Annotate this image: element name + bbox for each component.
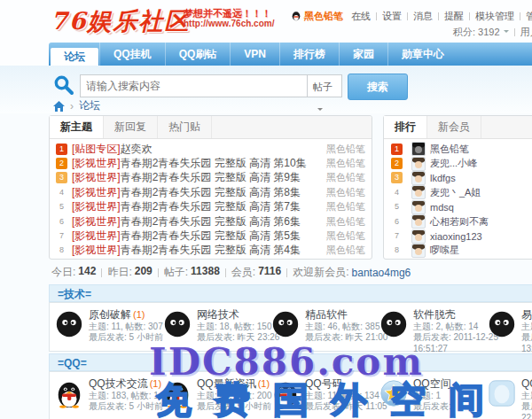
forum-link[interactable]: QQ号码 bbox=[305, 377, 343, 390]
forum-ball-icon[interactable] bbox=[270, 309, 301, 339]
forum-ball-icon[interactable] bbox=[54, 309, 84, 339]
forum-lastpost-time: 22:38:0 bbox=[521, 413, 532, 419]
forum-link[interactable]: 原创破解 bbox=[89, 308, 131, 321]
search-input[interactable] bbox=[80, 74, 309, 97]
rank-number: 8 bbox=[56, 244, 67, 256]
forum-ball-icon[interactable] bbox=[487, 309, 517, 339]
forum-link[interactable]: 易语言交流 bbox=[521, 308, 532, 321]
member-row: 1黑色铅笔 bbox=[384, 142, 532, 156]
thread-title: 青春期2青春失乐园 完整版 高清 第8集 bbox=[121, 186, 301, 198]
member-name[interactable]: xiaoxing123 bbox=[430, 231, 482, 242]
divider bbox=[469, 12, 470, 20]
thread-row: 3[影视世界]青春期2青春失乐园 完整版 高清 第9集黑色铅笔 bbox=[50, 171, 372, 185]
thread-author[interactable]: 黑色铅笔 bbox=[319, 244, 365, 257]
thread-author[interactable]: 黑色铅笔 bbox=[319, 143, 365, 156]
nav-tab-home[interactable]: 家园 bbox=[339, 43, 387, 66]
forum-link[interactable]: 网络技术 bbox=[197, 308, 239, 321]
thread-link[interactable]: [影视世界]青春期2青春失乐园 完整版 高清 第4集 bbox=[72, 243, 319, 258]
forum-stats: 主题: 11, 帖数: 307 bbox=[89, 322, 163, 331]
home-icon[interactable] bbox=[53, 101, 65, 112]
qq-logo-icon[interactable] bbox=[487, 378, 517, 408]
username-link[interactable]: 黑色铅笔 bbox=[304, 11, 343, 21]
forum-link[interactable]: QQ最新资讯 bbox=[197, 377, 256, 390]
tab-hot-posts[interactable]: 热门贴 bbox=[158, 116, 212, 138]
nav-tab-qq-diamond[interactable]: QQ刷钻 bbox=[165, 43, 231, 66]
thread-link[interactable]: [影视世界]青春期2青春失乐园 完整版 高清 第7集 bbox=[72, 199, 319, 214]
tagline-url: http://www.76ch.com/ bbox=[184, 19, 274, 29]
thread-row: 4[影视世界]青春期2青春失乐园 完整版 高清 第8集黑色铅笔 bbox=[50, 185, 372, 199]
thread-link[interactable]: [影视世界]青春期2青春失乐园 完整版 高清 第10集 bbox=[72, 156, 319, 171]
thread-link[interactable]: [影视世界]青春期2青春失乐园 完整版 高清 第6集 bbox=[72, 214, 319, 229]
member-row: 5mdsq bbox=[384, 200, 532, 214]
page: 76娱乐社区 梦想并不遥远！！！ http://www.76ch.com/ 黑色… bbox=[0, 0, 532, 419]
tab-new-replies[interactable]: 新回复 bbox=[104, 116, 158, 138]
thread-link[interactable]: [影视世界]青春期2青春失乐园 完整版 高清 第5集 bbox=[72, 229, 319, 244]
search-button[interactable]: 搜索 bbox=[348, 74, 408, 100]
forum-link[interactable]: QQ图标 bbox=[521, 377, 532, 390]
member-name[interactable]: 麦兜...小峰 bbox=[430, 157, 477, 170]
toolbar-link-online[interactable]: 在线 bbox=[351, 11, 371, 21]
thread-link[interactable]: [影视世界]青春期2青春失乐园 完整版 高清 第8集 bbox=[72, 185, 319, 200]
forum-link[interactable]: 精品软件 bbox=[305, 308, 348, 321]
breadcrumb-forum-link[interactable]: 论坛 bbox=[79, 98, 100, 113]
rank-number: 5 bbox=[56, 201, 67, 213]
thread-author[interactable]: 黑色铅笔 bbox=[319, 157, 365, 170]
thread-author[interactable]: 黑色铅笔 bbox=[319, 171, 365, 184]
thread-row: 7[影视世界]青春期2青春失乐园 完整版 高清 第5集黑色铅笔 bbox=[50, 229, 372, 243]
toolbar-link-reminders[interactable]: 提醒 bbox=[444, 11, 464, 21]
member-name[interactable]: 心相若则不离 bbox=[430, 215, 489, 229]
forum-ball-icon[interactable] bbox=[379, 309, 409, 339]
search-scope-select[interactable]: 帖子 bbox=[307, 74, 342, 97]
nav-tab-medals[interactable]: 勋章中心 bbox=[387, 43, 458, 66]
tab-new-members[interactable]: 新会员 bbox=[427, 116, 481, 138]
thread-link[interactable]: [贴图专区]赵奕欢 bbox=[72, 142, 319, 157]
qq-penguin-icon[interactable] bbox=[270, 378, 301, 408]
stat-yesterday: 昨日:209 bbox=[107, 265, 152, 280]
thread-author[interactable]: 黑色铅笔 bbox=[319, 229, 365, 243]
thread-author[interactable]: 黑色铅笔 bbox=[319, 215, 365, 229]
site-logo[interactable]: 76娱乐社区 bbox=[51, 5, 191, 37]
thread-row: 8[影视世界]青春期2青春失乐园 完整版 高清 第4集黑色铅笔 bbox=[50, 244, 372, 258]
nav-tab-forum[interactable]: 论坛 bbox=[51, 48, 98, 66]
forum-link[interactable]: 软件脱壳 bbox=[413, 308, 456, 321]
toolbar-link-modules[interactable]: 模块管理 bbox=[475, 11, 514, 21]
avatar bbox=[411, 214, 426, 229]
usergroup-link[interactable]: 用户组 bbox=[520, 27, 532, 37]
member-name[interactable]: mdsq bbox=[430, 202, 454, 213]
newest-member-link[interactable]: bantao4mg6 bbox=[352, 267, 411, 279]
tab-ranking[interactable]: 排行 bbox=[384, 116, 427, 138]
thread-title: 青春期2青春失乐园 完整版 高清 第9集 bbox=[121, 171, 301, 183]
toolbar-link-admin[interactable]: 管理中心 bbox=[526, 11, 532, 21]
member-name[interactable]: 麦兜丶_A姐 bbox=[430, 186, 481, 199]
thread-author[interactable]: 黑色铅笔 bbox=[319, 186, 365, 199]
member-name[interactable]: 黑色铅笔 bbox=[430, 143, 469, 156]
qzone-star-icon[interactable] bbox=[379, 378, 409, 408]
rank-number: 7 bbox=[391, 230, 403, 242]
nav-tab-vpn[interactable]: VPN bbox=[230, 43, 279, 66]
avatar bbox=[411, 171, 426, 185]
search-icon bbox=[53, 74, 74, 96]
section-header-qq[interactable]: =QQ= bbox=[49, 353, 532, 371]
forum-link[interactable]: QQ空间 bbox=[413, 377, 451, 390]
nav-tab-ranking[interactable]: 排行榜 bbox=[279, 43, 339, 66]
breadcrumb: › 论坛 bbox=[53, 98, 100, 113]
toolbar-link-settings[interactable]: 设置 bbox=[382, 11, 402, 21]
member-name[interactable]: lkdfgs bbox=[430, 173, 456, 183]
qq-penguin-icon[interactable] bbox=[54, 378, 84, 408]
toolbar-link-messages[interactable]: 消息 bbox=[413, 11, 433, 21]
credit-dropdown[interactable]: 积分: 3192 bbox=[453, 27, 500, 37]
avatar bbox=[411, 185, 426, 199]
qq-penguin-icon[interactable] bbox=[162, 378, 192, 408]
thread-link[interactable]: [影视世界]青春期2青春失乐园 完整版 高清 第9集 bbox=[72, 170, 319, 185]
forum-ball-icon[interactable] bbox=[162, 309, 192, 339]
ranking-tabstrip: 排行 新会员 bbox=[384, 116, 532, 139]
forum-link[interactable]: QQ技术交流 bbox=[89, 377, 148, 390]
rank-number: 4 bbox=[56, 187, 67, 198]
forum-stats: 主题: 1 bbox=[413, 391, 441, 400]
nav-tab-qq-hangup[interactable]: QQ挂机 bbox=[99, 43, 165, 66]
tab-new-threads[interactable]: 新主题 bbox=[50, 116, 104, 138]
thread-category: [影视世界] bbox=[72, 157, 121, 169]
thread-author[interactable]: 黑色铅笔 bbox=[319, 200, 365, 213]
section-header-tech[interactable]: =技术= bbox=[49, 284, 532, 302]
member-name[interactable]: 啰嗦星 bbox=[430, 244, 459, 257]
